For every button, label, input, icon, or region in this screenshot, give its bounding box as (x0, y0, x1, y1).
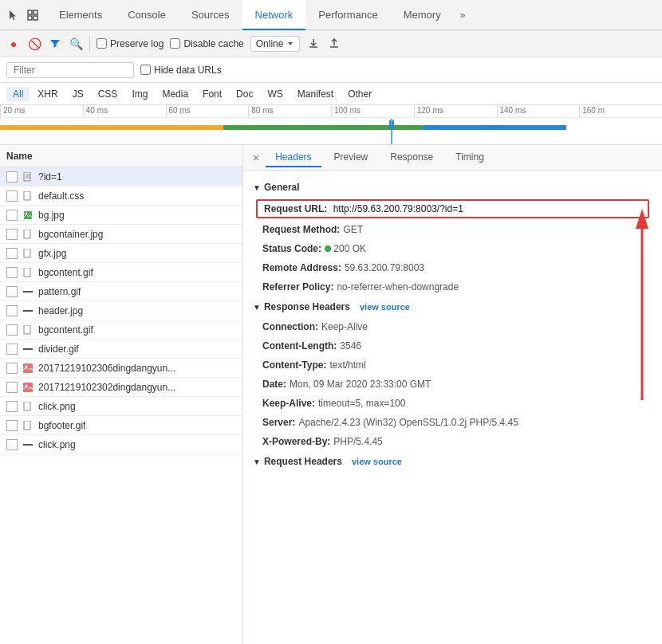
ruler-mark-100: 100 ms (331, 105, 414, 117)
x-powered-by-row: X-Powered-By: PHP/5.4.45 (253, 432, 652, 451)
response-headers-view-source[interactable]: view source (360, 302, 410, 312)
svg-rect-23 (24, 421, 30, 430)
filter-all[interactable]: All (6, 87, 30, 101)
file-checkbox[interactable] (6, 305, 18, 316)
hide-urls-checkbox[interactable]: Hide data URLs (140, 65, 222, 76)
file-item[interactable]: pattern.gif (0, 282, 242, 301)
details-tab-preview[interactable]: Preview (325, 148, 378, 167)
ruler-mark-20: 20 ms (0, 105, 83, 117)
file-checkbox[interactable] (6, 267, 18, 278)
inspect-icon[interactable] (26, 8, 40, 22)
filter-css[interactable]: CSS (92, 87, 124, 101)
file-item[interactable]: bgcontent.gif (0, 320, 242, 340)
search-icon[interactable]: 🔍 (69, 37, 83, 51)
file-checkbox[interactable] (6, 401, 18, 412)
tab-sources[interactable]: Sources (179, 0, 242, 30)
preserve-log-checkbox[interactable]: Preserve log (97, 38, 164, 49)
referrer-policy-value: no-referrer-when-downgrade (337, 280, 459, 294)
filter-manifest[interactable]: Manifest (291, 87, 340, 101)
export-icon[interactable] (327, 37, 341, 51)
tab-network[interactable]: Network (242, 0, 306, 30)
file-checkbox[interactable] (6, 324, 18, 336)
keep-alive-val: timeout=5, max=100 (318, 396, 405, 410)
content-length-val: 3546 (340, 339, 361, 353)
tab-elements[interactable]: Elements (46, 0, 115, 30)
svg-rect-18 (23, 363, 33, 373)
remote-address-value: 59.63.200.79:8003 (345, 261, 424, 275)
details-tab-response[interactable]: Response (380, 148, 443, 167)
disable-cache-checkbox[interactable]: Disable cache (170, 38, 243, 49)
file-name: ?id=1 (38, 171, 62, 183)
status-code-key: Status Code: (262, 242, 321, 256)
date-row: Date: Mon, 09 Mar 2020 23:33:00 GMT (253, 375, 652, 394)
keep-alive-row: Keep-Alive: timeout=5, max=100 (253, 394, 652, 413)
file-checkbox[interactable] (6, 420, 18, 431)
file-checkbox[interactable] (6, 286, 18, 297)
file-item[interactable]: header.jpg (0, 301, 242, 320)
filter-input[interactable] (6, 62, 134, 78)
filter-media[interactable]: Media (156, 87, 195, 101)
tab-console[interactable]: Console (115, 0, 179, 30)
file-item[interactable]: bgcontent.gif (0, 263, 242, 282)
connection-val: Keep-Alive (321, 320, 368, 334)
hide-urls-input[interactable] (140, 65, 151, 75)
file-item[interactable]: ?id=1 (0, 167, 242, 187)
file-item[interactable]: bg.jpg (0, 206, 242, 225)
file-name: pattern.gif (38, 286, 81, 297)
file-item[interactable]: click.png (0, 397, 242, 416)
file-checkbox[interactable] (6, 248, 18, 259)
cursor-icon[interactable] (6, 8, 21, 22)
filter-img[interactable]: Img (125, 87, 154, 101)
filter-doc[interactable]: Doc (230, 87, 259, 101)
filter-button[interactable] (48, 37, 62, 51)
svg-rect-1 (33, 10, 37, 14)
file-checkbox[interactable] (6, 171, 18, 183)
tab-memory[interactable]: Memory (391, 0, 454, 30)
file-item[interactable]: gfx.jpg (0, 244, 242, 263)
filter-xhr[interactable]: XHR (31, 87, 64, 101)
file-checkbox[interactable] (6, 363, 18, 374)
file-list-panel: Name ?id=1 default.css bg.jpg bgcontaine… (0, 145, 243, 644)
import-icon[interactable] (306, 37, 321, 51)
request-url-value: http://59.63.200.79:8003/?id=1 (333, 203, 463, 214)
file-item[interactable]: bgfooter.gif (0, 416, 242, 435)
preserve-log-input[interactable] (97, 38, 107, 49)
filter-js[interactable]: JS (66, 87, 90, 101)
file-item[interactable]: click.png (0, 435, 242, 454)
filter-font[interactable]: Font (196, 87, 228, 101)
tab-more[interactable]: » (454, 0, 472, 29)
file-checkbox[interactable] (6, 229, 18, 240)
file-checkbox[interactable] (6, 190, 18, 202)
file-icon-dash (22, 286, 33, 297)
file-item[interactable]: 20171219102302dingdangyun... (0, 378, 242, 397)
record-button[interactable]: ● (6, 37, 21, 51)
request-method-key: Request Method: (262, 222, 340, 237)
file-icon-page2 (22, 401, 33, 412)
details-close-button[interactable]: × (250, 150, 262, 166)
file-checkbox[interactable] (6, 210, 18, 221)
request-headers-view-source[interactable]: view source (352, 457, 402, 466)
file-name: bg.jpg (38, 210, 65, 221)
devtools-tab-bar: Elements Console Sources Network Perform… (0, 0, 662, 30)
content-type-row: Content-Type: text/html (253, 355, 652, 375)
file-name: divider.gif (38, 344, 79, 355)
file-item[interactable]: default.css (0, 187, 242, 206)
x-powered-by-key: X-Powered-By: (262, 434, 330, 449)
details-tab-headers[interactable]: Headers (266, 148, 321, 167)
stop-button[interactable]: 🚫 (27, 37, 41, 51)
file-item[interactable]: bgcontainer.jpg (0, 225, 242, 244)
disable-cache-input[interactable] (170, 38, 180, 49)
online-selector[interactable]: Online (250, 36, 301, 52)
file-item[interactable]: 20171219102306dingdangyun... (0, 359, 242, 378)
file-checkbox[interactable] (6, 344, 18, 355)
file-icon-dash (22, 305, 33, 316)
file-checkbox[interactable] (6, 382, 18, 393)
filter-other[interactable]: Other (341, 87, 378, 101)
tab-performance[interactable]: Performance (305, 0, 390, 30)
file-checkbox[interactable] (6, 439, 18, 450)
file-item[interactable]: divider.gif (0, 340, 242, 359)
svg-rect-11 (24, 230, 30, 238)
ruler-mark-40: 40 ms (83, 105, 166, 117)
details-tab-timing[interactable]: Timing (446, 148, 494, 167)
filter-ws[interactable]: WS (261, 87, 289, 101)
